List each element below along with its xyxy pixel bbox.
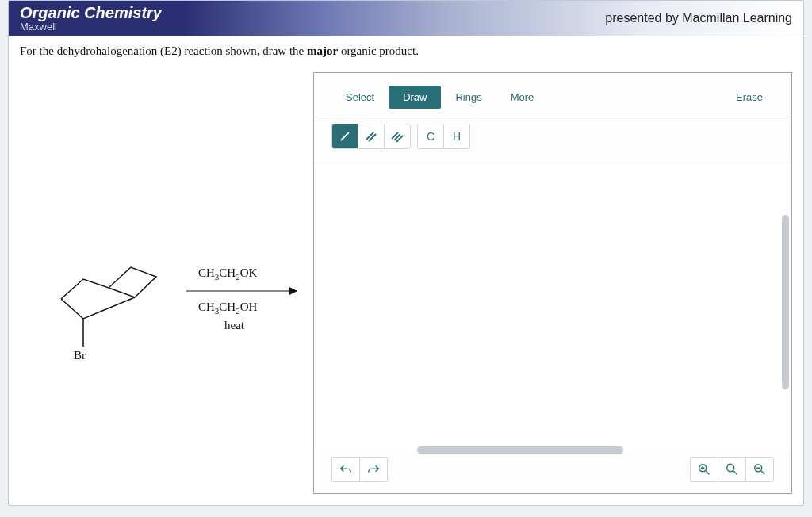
structure-editor: Select Draw Rings More Erase — [313, 72, 792, 494]
course-title: Organic Chemistry — [20, 5, 162, 21]
double-bond-button[interactable] — [358, 124, 384, 148]
reaction-condition: heat — [224, 319, 245, 331]
svg-line-2 — [341, 132, 349, 140]
zoom-in-button[interactable] — [691, 458, 718, 481]
bond-tool-row: C H — [314, 117, 791, 159]
tab-rings[interactable]: Rings — [441, 86, 496, 109]
erase-button[interactable]: Erase — [725, 86, 774, 109]
carbon-atom-button[interactable]: C — [418, 124, 443, 148]
svg-marker-1 — [289, 287, 297, 295]
zoom-out-button[interactable] — [745, 458, 773, 481]
hydrogen-atom-button[interactable]: H — [443, 124, 469, 148]
svg-line-9 — [706, 471, 710, 475]
vertical-scrollbar[interactable] — [782, 215, 789, 389]
zoom-reset-button[interactable] — [718, 458, 745, 481]
question-text: For the dehydrohalogenation (E2) reactio… — [9, 36, 803, 66]
horizontal-scrollbar[interactable] — [417, 446, 623, 454]
editor-tabs: Select Draw Rings More — [331, 86, 548, 109]
tab-more[interactable]: More — [496, 86, 549, 109]
tab-draw[interactable]: Draw — [389, 86, 441, 109]
drawing-canvas[interactable] — [314, 159, 791, 450]
single-bond-button[interactable] — [332, 124, 358, 148]
reagent-top: CH3CH2OK — [198, 266, 258, 281]
course-author: Maxwell — [20, 21, 162, 33]
svg-line-13 — [733, 471, 737, 475]
undo-button[interactable] — [332, 458, 359, 481]
reaction-scheme: Br CH3CH2OK CH3CH2OH heat — [20, 72, 313, 494]
presented-by: presented by Macmillan Learning — [605, 11, 792, 25]
question-card: Organic Chemistry Maxwell presented by M… — [8, 0, 804, 506]
triple-bond-button[interactable] — [384, 124, 410, 148]
reagent-bottom: CH3CH2OH — [198, 301, 258, 316]
leaving-group-label: Br — [74, 349, 86, 362]
redo-button[interactable] — [359, 458, 387, 481]
course-header: Organic Chemistry Maxwell presented by M… — [9, 1, 803, 36]
tab-select[interactable]: Select — [331, 86, 389, 109]
svg-line-15 — [761, 471, 765, 475]
